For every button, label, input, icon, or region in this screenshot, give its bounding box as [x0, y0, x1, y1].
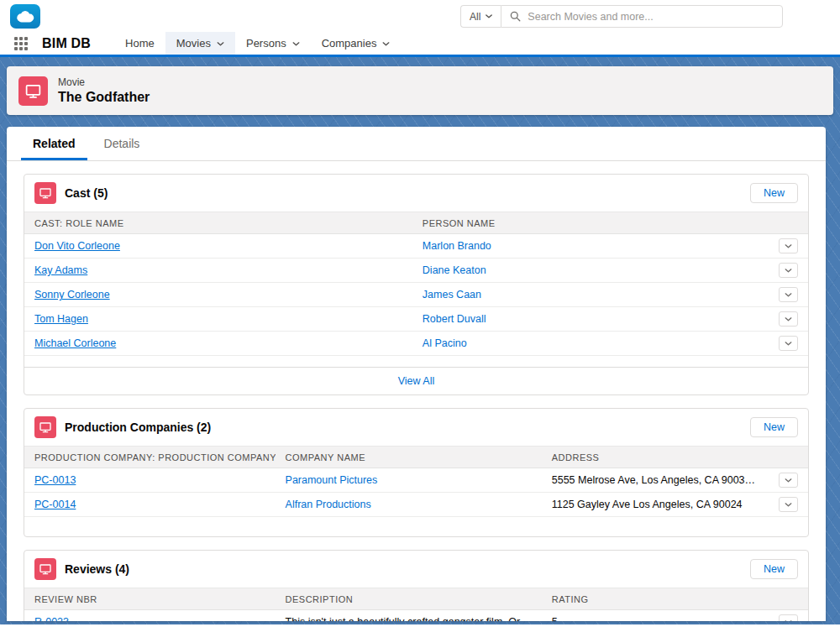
cast-table: CAST: ROLE NAME PERSON NAME Don Vito Cor…	[24, 212, 808, 356]
chevron-down-icon[interactable]	[382, 42, 390, 46]
page-background: Movie The Godfather Related Details Cast…	[0, 57, 840, 624]
table-row: Sonny Corleone James Caan	[24, 283, 808, 307]
row-actions-button[interactable]	[779, 287, 798, 302]
tab-details[interactable]: Details	[90, 127, 155, 160]
company-link[interactable]: Alfran Productions	[286, 499, 371, 510]
column-header-actions	[769, 212, 808, 234]
person-link[interactable]: James Caan	[423, 289, 481, 300]
salesforce-logo	[10, 4, 40, 29]
related-list-reviews: Reviews (4) New REVIEW NBR DESCRIPTION R…	[24, 550, 809, 621]
monitor-icon	[39, 562, 52, 576]
search-icon	[510, 11, 521, 22]
row-actions-button[interactable]	[779, 336, 798, 351]
row-actions-button[interactable]	[779, 263, 798, 278]
chevron-down-icon	[486, 14, 492, 18]
column-header: COMPANY NAME	[276, 447, 542, 468]
search-scope-button[interactable]: All	[460, 5, 501, 28]
chevron-down-icon	[785, 620, 792, 622]
app-nav-bar: BIM DB Home Movies Persons Companies	[0, 32, 840, 57]
related-list-header: Production Companies (2) New	[24, 409, 808, 446]
column-header-actions	[769, 588, 808, 610]
new-production-company-button[interactable]: New	[750, 417, 798, 437]
column-header: PERSON NAME	[412, 212, 769, 234]
search-input[interactable]	[528, 11, 774, 23]
address-cell: 1125 Gayley Ave Los Angeles, CA 90024	[542, 493, 769, 517]
nav-tab-label: Home	[125, 37, 155, 50]
cast-role-link[interactable]: Sonny Corleone	[34, 289, 110, 300]
page-title: The Godfather	[58, 90, 150, 105]
chevron-down-icon	[785, 269, 792, 273]
salesforce-record-page: { "colors": { "brand_blue": "#0070d2", "…	[0, 0, 840, 627]
chevron-down-icon[interactable]	[217, 42, 224, 46]
nav-tab-label: Movies	[176, 37, 211, 50]
related-list-title: Production Companies (2)	[65, 421, 211, 434]
review-link[interactable]: R-0023	[34, 616, 69, 621]
production-company-link[interactable]: PC-0013	[34, 474, 76, 486]
view-all-link[interactable]: View All	[398, 375, 435, 387]
tab-related[interactable]: Related	[18, 127, 90, 160]
table-row: Michael Corleone Al Pacino	[24, 332, 808, 356]
reviews-table: REVIEW NBR DESCRIPTION RATING R-0023 Thi…	[24, 588, 808, 621]
cast-role-link[interactable]: Michael Corleone	[34, 337, 116, 349]
card-spacer	[24, 356, 808, 367]
card-footer	[24, 517, 808, 536]
production-company-link[interactable]: PC-0014	[34, 499, 76, 510]
global-header: All	[0, 0, 840, 32]
review-entity-icon	[34, 558, 56, 580]
cast-role-link[interactable]: Tom Hagen	[34, 313, 88, 325]
app-launcher-icon	[14, 37, 28, 50]
column-header-actions	[769, 447, 808, 468]
related-lists: Cast (5) New CAST: ROLE NAME PERSON NAME…	[7, 161, 826, 621]
related-list-production-companies: Production Companies (2) New PRODUCTION …	[24, 408, 809, 537]
person-link[interactable]: Robert Duvall	[423, 313, 486, 325]
record-header: Movie The Godfather	[7, 66, 833, 115]
table-row: Don Vito Corleone Marlon Brando	[24, 234, 808, 259]
chevron-down-icon	[785, 244, 792, 248]
table-row: Kay Adams Diane Keaton	[24, 259, 808, 283]
tab-label: Details	[104, 137, 140, 150]
nav-tab-home[interactable]: Home	[114, 32, 165, 55]
column-header: CAST: ROLE NAME	[24, 212, 412, 234]
cloud-logo-icon	[14, 9, 36, 24]
row-actions-button[interactable]	[779, 497, 798, 512]
related-list-header: Cast (5) New	[24, 175, 808, 212]
person-link[interactable]: Marlon Brando	[423, 240, 491, 252]
new-cast-button[interactable]: New	[750, 183, 798, 203]
table-row: Tom Hagen Robert Duvall	[24, 307, 808, 332]
column-header: ADDRESS	[542, 447, 769, 468]
tab-label: Related	[33, 137, 76, 150]
record-body-card: Related Details Cast (5) New	[7, 127, 826, 621]
nav-tab-companies[interactable]: Companies	[311, 32, 402, 55]
monitor-icon	[39, 421, 52, 434]
cast-role-link[interactable]: Don Vito Corleone	[34, 240, 120, 252]
new-review-button[interactable]: New	[750, 559, 798, 579]
person-link[interactable]: Al Pacino	[423, 337, 467, 349]
column-header: RATING	[542, 588, 769, 610]
chevron-down-icon[interactable]	[292, 42, 300, 46]
nav-tab-persons[interactable]: Persons	[235, 32, 311, 55]
related-list-header: Reviews (4) New	[24, 551, 808, 588]
monitor-icon	[39, 186, 52, 200]
description-cell: This isn't just a beautifully crafted ga…	[276, 610, 542, 622]
row-actions-button[interactable]	[779, 311, 798, 327]
app-name: BIM DB	[35, 32, 104, 55]
record-tabs: Related Details	[7, 127, 826, 161]
row-actions-button[interactable]	[779, 473, 798, 488]
related-list-cast: Cast (5) New CAST: ROLE NAME PERSON NAME…	[24, 174, 809, 395]
app-launcher-button[interactable]	[7, 32, 35, 55]
production-company-entity-icon	[34, 416, 56, 438]
row-actions-button[interactable]	[779, 614, 798, 621]
person-link[interactable]: Diane Keaton	[423, 264, 486, 276]
table-row: R-0023 This isn't just a beautifully cra…	[24, 610, 808, 622]
cast-role-link[interactable]: Kay Adams	[34, 264, 87, 276]
chevron-down-icon	[785, 293, 792, 297]
monitor-icon	[24, 82, 42, 100]
nav-tab-movies[interactable]: Movies	[165, 32, 235, 55]
table-row: PC-0013 Paramount Pictures 5555 Melrose …	[24, 468, 808, 493]
row-actions-button[interactable]	[779, 238, 798, 253]
company-link[interactable]: Paramount Pictures	[286, 474, 378, 486]
cast-entity-icon	[34, 182, 56, 204]
table-row: PC-0014 Alfran Productions 1125 Gayley A…	[24, 493, 808, 517]
chevron-down-icon	[785, 342, 792, 346]
entity-label: Movie	[58, 76, 150, 88]
